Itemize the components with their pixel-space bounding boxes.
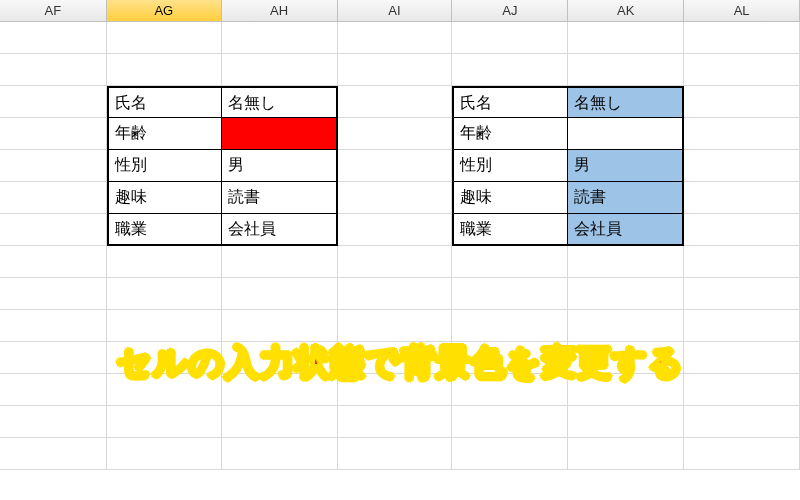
cell[interactable] [107, 438, 222, 470]
table2-value[interactable]: 会社員 [568, 214, 684, 246]
cell[interactable] [684, 54, 800, 86]
cell[interactable] [338, 86, 453, 118]
cell[interactable] [107, 374, 222, 406]
cell[interactable] [338, 342, 453, 374]
table2-label[interactable]: 性別 [452, 150, 568, 182]
column-header-AI[interactable]: AI [338, 0, 453, 21]
cell[interactable] [338, 438, 453, 470]
table1-value[interactable]: 男 [222, 150, 338, 182]
cell[interactable] [0, 150, 107, 182]
cell[interactable] [684, 374, 800, 406]
cell[interactable] [222, 246, 338, 278]
cell[interactable] [0, 438, 107, 470]
cell[interactable] [684, 342, 800, 374]
cell[interactable] [684, 150, 800, 182]
cell[interactable] [452, 310, 568, 342]
table1-value[interactable] [222, 118, 338, 150]
cell[interactable] [0, 342, 107, 374]
cell[interactable] [684, 214, 800, 246]
cell[interactable] [0, 406, 107, 438]
cell[interactable] [684, 406, 800, 438]
cell[interactable] [568, 54, 684, 86]
cell[interactable] [338, 278, 453, 310]
cell[interactable] [0, 278, 107, 310]
cell[interactable] [568, 278, 684, 310]
cell[interactable] [338, 214, 453, 246]
cell[interactable] [107, 22, 222, 54]
cell[interactable] [568, 342, 684, 374]
cell[interactable] [338, 54, 453, 86]
cell[interactable] [684, 182, 800, 214]
table1-label[interactable]: 趣味 [107, 182, 222, 214]
cell[interactable] [684, 438, 800, 470]
column-header-AH[interactable]: AH [222, 0, 338, 21]
cell[interactable] [338, 22, 453, 54]
cell[interactable] [684, 22, 800, 54]
cell[interactable] [107, 278, 222, 310]
cell[interactable] [0, 310, 107, 342]
cell[interactable] [338, 150, 453, 182]
table2-label[interactable]: 趣味 [452, 182, 568, 214]
table2-label[interactable]: 氏名 [452, 86, 568, 118]
cell[interactable] [222, 278, 338, 310]
cell[interactable] [452, 438, 568, 470]
table1-label[interactable]: 職業 [107, 214, 222, 246]
column-header-AL[interactable]: AL [684, 0, 800, 21]
cell[interactable] [0, 118, 107, 150]
cell[interactable] [338, 406, 453, 438]
cell[interactable] [338, 118, 453, 150]
table1-label[interactable]: 年齢 [107, 118, 222, 150]
cell[interactable] [568, 374, 684, 406]
cell[interactable] [0, 86, 107, 118]
cell[interactable] [107, 246, 222, 278]
cell[interactable] [0, 214, 107, 246]
cell[interactable] [338, 246, 453, 278]
cell[interactable] [338, 310, 453, 342]
cell[interactable] [0, 374, 107, 406]
cell[interactable] [0, 54, 107, 86]
cell[interactable] [452, 374, 568, 406]
cell[interactable] [0, 246, 107, 278]
cell[interactable] [452, 278, 568, 310]
cell[interactable] [452, 22, 568, 54]
cell[interactable] [452, 342, 568, 374]
column-header-AG[interactable]: AG [107, 0, 222, 21]
cell[interactable] [0, 22, 107, 54]
table2-label[interactable]: 職業 [452, 214, 568, 246]
cell[interactable] [222, 342, 338, 374]
cell[interactable] [684, 310, 800, 342]
cell[interactable] [452, 54, 568, 86]
cell[interactable] [0, 182, 107, 214]
table2-value[interactable]: 男 [568, 150, 684, 182]
cell[interactable] [107, 406, 222, 438]
cell[interactable] [568, 22, 684, 54]
cell[interactable] [568, 438, 684, 470]
table1-value[interactable]: 名無し [222, 86, 338, 118]
cell[interactable] [568, 246, 684, 278]
cell[interactable] [338, 374, 453, 406]
cell[interactable] [452, 406, 568, 438]
cell[interactable] [107, 342, 222, 374]
cell[interactable] [107, 310, 222, 342]
cell[interactable] [684, 86, 800, 118]
cell[interactable] [222, 406, 338, 438]
cell[interactable] [568, 406, 684, 438]
cell[interactable] [684, 278, 800, 310]
cell[interactable] [684, 118, 800, 150]
table2-value[interactable]: 名無し [568, 86, 684, 118]
column-header-AF[interactable]: AF [0, 0, 107, 21]
cell[interactable] [222, 310, 338, 342]
table1-value[interactable]: 読書 [222, 182, 338, 214]
cell[interactable] [222, 54, 338, 86]
cell[interactable] [222, 22, 338, 54]
table2-label[interactable]: 年齢 [452, 118, 568, 150]
cell[interactable] [338, 182, 453, 214]
cell[interactable] [568, 310, 684, 342]
column-header-AJ[interactable]: AJ [452, 0, 568, 21]
table2-value[interactable]: 読書 [568, 182, 684, 214]
table1-label[interactable]: 氏名 [107, 86, 222, 118]
table2-value[interactable] [568, 118, 684, 150]
cell[interactable] [222, 374, 338, 406]
cell[interactable] [222, 438, 338, 470]
grid-area[interactable]: 氏名 名無し 氏名 名無し 年齢 年齢 性別 男 性別 男 [0, 22, 800, 500]
